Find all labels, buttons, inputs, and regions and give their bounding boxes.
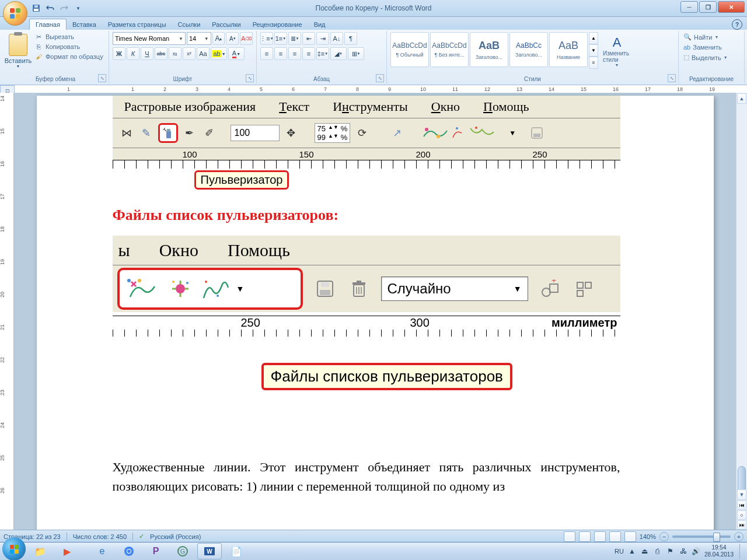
tray-up-icon[interactable]: ▲ <box>627 547 637 556</box>
style-item-1[interactable]: AaBbCcDd¶ Без инте... <box>430 32 469 67</box>
italic-button[interactable]: К <box>127 47 139 60</box>
maximize-button[interactable]: ❐ <box>699 1 717 13</box>
redo-icon[interactable] <box>58 2 70 14</box>
style-item-0[interactable]: AaBbCcDd¶ Обычный <box>390 32 429 67</box>
scroll-up-icon[interactable]: ▲ <box>737 93 746 104</box>
align-center-button[interactable]: ≡ <box>274 47 287 60</box>
superscript-button[interactable]: x² <box>183 47 196 60</box>
taskbar-media[interactable]: ▶ <box>55 543 79 559</box>
change-case-button[interactable]: Aa <box>197 47 210 60</box>
start-button[interactable] <box>2 537 26 560</box>
shrink-font-button[interactable]: A▾ <box>226 32 239 45</box>
font-size-select[interactable]: 14▼ <box>187 32 211 45</box>
tray-safe-remove-icon[interactable]: ⏏ <box>640 547 650 556</box>
help-button[interactable]: ? <box>732 19 742 30</box>
font-launcher[interactable]: ⤡ <box>246 74 254 82</box>
tab-layout[interactable]: Разметка страницы <box>102 19 172 30</box>
status-language[interactable]: Русский (Россия) <box>150 533 201 540</box>
prev-page-button[interactable]: ⏮ <box>737 501 746 510</box>
bold-button[interactable]: Ж <box>113 47 125 60</box>
tray-clock[interactable]: 19:5428.04.2013 <box>704 544 734 558</box>
minimize-button[interactable]: ─ <box>680 1 698 13</box>
taskbar-word[interactable]: W <box>197 543 222 559</box>
style-item-4[interactable]: AaBНазвание <box>549 32 588 67</box>
view-outline[interactable] <box>609 531 621 542</box>
strike-button[interactable]: abc <box>155 47 167 60</box>
align-left-button[interactable]: ≡ <box>260 47 273 60</box>
tab-review[interactable]: Рецензирование <box>247 19 308 30</box>
view-print-layout[interactable] <box>564 531 575 542</box>
borders-button[interactable]: ⊞▼ <box>348 47 364 60</box>
close-button[interactable]: ✕ <box>718 1 745 13</box>
taskbar-explorer[interactable]: 📁 <box>28 543 53 559</box>
paste-button[interactable]: Вставить ▼ <box>6 31 30 71</box>
paragraph-launcher[interactable]: ⤡ <box>376 74 384 82</box>
view-draft[interactable] <box>624 531 636 542</box>
indent-dec-button[interactable]: ⇤ <box>302 32 315 45</box>
replace-button[interactable]: abЗаменить <box>682 43 741 52</box>
font-name-select[interactable]: Times New Roman▼ <box>113 32 186 45</box>
view-web-layout[interactable] <box>594 531 606 542</box>
tab-mailings[interactable]: Рассылки <box>206 19 246 30</box>
zoom-out-button[interactable]: − <box>659 532 669 541</box>
zoom-thumb[interactable] <box>713 533 720 542</box>
style-item-2[interactable]: AaBЗаголово... <box>470 32 508 67</box>
styles-launcher[interactable]: ⤡ <box>668 74 676 82</box>
indent-inc-button[interactable]: ⇥ <box>316 32 329 45</box>
highlight-button[interactable]: ab▼ <box>211 47 227 60</box>
subscript-button[interactable]: x₂ <box>169 47 181 60</box>
qat-dropdown-icon[interactable]: ▼ <box>72 2 84 14</box>
styles-more[interactable]: ≡ <box>589 57 598 69</box>
select-button[interactable]: ⬚Выделить▼ <box>682 52 741 62</box>
next-page-button[interactable]: ⏭ <box>737 520 746 530</box>
grow-font-button[interactable]: A▴ <box>212 32 225 45</box>
justify-button[interactable]: ≡ <box>302 47 315 60</box>
zoom-slider[interactable] <box>672 536 731 538</box>
multilevel-button[interactable]: ≣▼ <box>288 32 301 45</box>
view-full-screen[interactable] <box>579 531 591 542</box>
format-painter-button[interactable]: 🖌Формат по образцу <box>33 52 104 61</box>
bullets-button[interactable]: ⋮≡▼ <box>260 32 273 45</box>
status-words[interactable]: Число слов: 2 450 <box>73 533 127 540</box>
cut-button[interactable]: ✂Вырезать <box>33 32 104 41</box>
align-right-button[interactable]: ≡ <box>288 47 301 60</box>
tab-insert[interactable]: Вставка <box>67 19 102 30</box>
tray-printer-icon[interactable]: ⎙ <box>653 547 662 556</box>
clipboard-launcher[interactable]: ⤡ <box>98 74 106 82</box>
zoom-in-button[interactable]: + <box>734 532 743 541</box>
font-color-button[interactable]: A▼ <box>228 47 245 60</box>
taskbar-app2[interactable]: G <box>170 543 195 559</box>
taskbar-app1[interactable]: P <box>144 543 168 559</box>
change-styles-button[interactable]: AИзменить стили▼ <box>603 32 631 69</box>
tray-lang[interactable]: RU <box>615 548 624 555</box>
shading-button[interactable]: ◢▼ <box>330 47 347 60</box>
save-icon[interactable] <box>30 2 42 14</box>
browse-object-button[interactable]: ○ <box>737 510 746 520</box>
numbering-button[interactable]: 1≡▼ <box>274 32 287 45</box>
underline-button[interactable]: Ч <box>141 47 153 60</box>
spellcheck-icon[interactable]: ✓ <box>139 533 144 540</box>
tab-home[interactable]: Главная <box>29 19 67 30</box>
taskbar-ie[interactable]: e <box>90 543 114 559</box>
tray-flag-icon[interactable]: ⚑ <box>666 547 675 556</box>
vertical-scrollbar[interactable]: ▲ ▼ ⏮ ○ ⏭ <box>736 93 747 530</box>
show-desktop-button[interactable] <box>739 544 745 559</box>
tab-references[interactable]: Ссылки <box>172 19 207 30</box>
tray-network-icon[interactable]: 🖧 <box>679 547 688 556</box>
vertical-ruler[interactable]: 14151617181920212223242526 <box>0 93 14 530</box>
line-spacing-button[interactable]: ‡≡▼ <box>316 47 329 60</box>
style-item-3[interactable]: AaBbCcЗаголово... <box>509 32 548 67</box>
taskbar-chrome[interactable] <box>117 543 141 559</box>
page-viewport[interactable]: Растровые изображения Текст Инструменты … <box>14 93 736 530</box>
show-marks-button[interactable]: ¶ <box>344 32 357 45</box>
taskbar-app3[interactable]: 📄 <box>224 543 249 559</box>
clear-format-button[interactable]: A⌫ <box>240 32 253 45</box>
scroll-down-icon[interactable]: ▼ <box>737 489 746 500</box>
tray-volume-icon[interactable]: 🔊 <box>692 547 701 556</box>
zoom-level[interactable]: 140% <box>640 533 656 540</box>
sort-button[interactable]: A↓ <box>330 32 343 45</box>
copy-button[interactable]: ⎘Копировать <box>33 42 104 51</box>
find-button[interactable]: 🔍Найти▼ <box>682 32 741 42</box>
undo-icon[interactable] <box>44 2 56 14</box>
styles-up[interactable]: ▲ <box>589 32 598 44</box>
